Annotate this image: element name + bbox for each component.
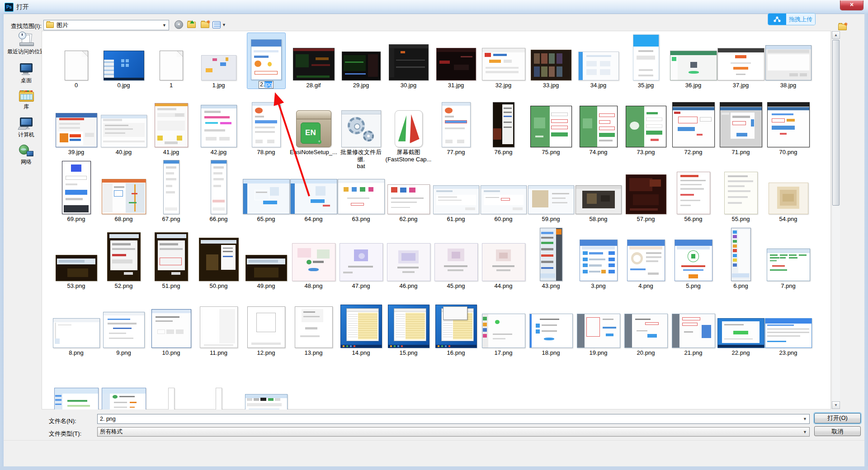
file-item[interactable]: 34.jpg xyxy=(575,33,622,89)
file-item[interactable]: 51.png xyxy=(147,233,195,290)
file-item[interactable]: 42.jpg xyxy=(195,99,242,156)
file-item[interactable]: 72.png xyxy=(670,99,717,156)
file-item[interactable]: 38.jpg xyxy=(764,33,812,89)
file-item[interactable]: 53.png xyxy=(52,233,100,290)
file-type-combobox[interactable]: 所有格式 ▼ xyxy=(97,427,810,437)
file-item[interactable] xyxy=(195,367,242,409)
scrollbar-thumb[interactable] xyxy=(832,40,840,206)
file-item[interactable]: 28.gif xyxy=(290,33,337,89)
new-folder-mini-button[interactable]: ✱ xyxy=(837,23,848,31)
file-item[interactable]: 56.png xyxy=(670,166,717,223)
file-item[interactable]: 58.png xyxy=(575,166,622,223)
file-item[interactable]: 62.png xyxy=(385,166,432,223)
file-item[interactable]: 39.jpg xyxy=(52,99,100,156)
scroll-up-button[interactable]: ▲ xyxy=(832,31,840,39)
file-item[interactable]: 8.png xyxy=(52,300,100,357)
file-item[interactable]: 0.jpg xyxy=(100,33,147,89)
file-item[interactable]: 78.png xyxy=(242,99,290,156)
file-item[interactable]: 20.png xyxy=(622,300,670,357)
file-item[interactable]: 7.png xyxy=(764,233,812,290)
file-item[interactable]: 67.png xyxy=(147,166,195,223)
cancel-button[interactable]: 取消 xyxy=(814,426,861,436)
file-item[interactable]: 66.png xyxy=(195,166,242,223)
file-name-combobox[interactable]: 2. png ▼ xyxy=(97,414,810,424)
file-item[interactable]: 37.jpg xyxy=(717,33,764,89)
file-item[interactable]: 65.png xyxy=(242,166,290,223)
file-item[interactable]: 22.png xyxy=(717,300,764,357)
file-item[interactable]: 40.jpg xyxy=(100,99,147,156)
file-item[interactable]: 63.png xyxy=(337,166,385,223)
file-item[interactable]: 57.png xyxy=(622,166,670,223)
file-item[interactable]: 41.jpg xyxy=(147,99,195,156)
file-item[interactable]: 19.png xyxy=(575,300,622,357)
file-item[interactable]: 屏幕截图 (FastStone Cap... xyxy=(385,99,432,163)
file-item[interactable]: 47.png xyxy=(337,233,385,290)
file-item[interactable]: 54.png xyxy=(764,166,812,223)
new-folder-button[interactable]: ✱ xyxy=(200,20,210,29)
window-titlebar[interactable]: Ps 打开 × xyxy=(0,0,868,14)
open-button[interactable]: 打开(O) xyxy=(814,413,861,423)
file-item[interactable]: 5.png xyxy=(670,233,717,290)
file-item[interactable]: 15.png xyxy=(385,300,432,357)
file-item[interactable]: 76.png xyxy=(480,99,527,156)
file-item[interactable]: 13.png xyxy=(290,300,337,357)
file-item[interactable]: 6.png xyxy=(717,233,764,290)
file-item[interactable]: 35.jpg xyxy=(622,33,670,89)
file-item[interactable]: 61.png xyxy=(432,166,480,223)
file-item[interactable]: 60.png xyxy=(480,166,527,223)
file-item[interactable]: 1 xyxy=(147,33,195,89)
file-item[interactable]: 36.jpg xyxy=(670,33,717,89)
file-name-value[interactable]: 2. png xyxy=(98,416,116,422)
file-item[interactable]: 73.png xyxy=(622,99,670,156)
file-item[interactable]: 45.png xyxy=(432,233,480,290)
file-item[interactable]: 74.png xyxy=(575,99,622,156)
file-item[interactable] xyxy=(100,367,147,409)
file-item[interactable]: 44.png xyxy=(480,233,527,290)
file-item[interactable]: 4.png xyxy=(622,233,670,290)
file-item[interactable]: 29.jpg xyxy=(337,33,385,89)
file-item[interactable]: 71.png xyxy=(717,99,764,156)
file-item[interactable]: 21.png xyxy=(670,300,717,357)
file-item[interactable]: 55.png xyxy=(717,166,764,223)
file-item[interactable]: 23.png xyxy=(764,300,812,357)
file-item[interactable]: 2.jpg xyxy=(247,33,286,89)
file-item[interactable]: 17.png xyxy=(480,300,527,357)
file-item[interactable]: 批量修改文件后缀. bat xyxy=(337,99,385,170)
file-item[interactable]: 18.png xyxy=(527,300,575,357)
file-item[interactable]: 68.png xyxy=(100,166,147,223)
file-item[interactable]: 70.png xyxy=(764,99,812,156)
file-item[interactable] xyxy=(242,367,290,409)
file-item[interactable]: 49.png xyxy=(242,233,290,290)
file-item[interactable]: 9.png xyxy=(100,300,147,357)
views-menu-button[interactable]: ▼ xyxy=(212,20,227,29)
file-item[interactable]: 14.png xyxy=(337,300,385,357)
file-item[interactable]: 75.png xyxy=(527,99,575,156)
file-item[interactable]: 3.png xyxy=(575,233,622,290)
scroll-down-button[interactable]: ▼ xyxy=(832,401,840,409)
back-button[interactable]: ◄ xyxy=(174,20,184,29)
file-item[interactable]: 33.jpg xyxy=(527,33,575,89)
file-item[interactable]: 16.png xyxy=(432,300,480,357)
file-item[interactable] xyxy=(147,367,195,409)
file-item[interactable]: 59.png xyxy=(527,166,575,223)
chevron-down-icon[interactable]: ▼ xyxy=(802,416,808,423)
file-item[interactable]: 31.jpg xyxy=(432,33,480,89)
file-item[interactable]: 64.png xyxy=(290,166,337,223)
file-item[interactable]: 52.png xyxy=(100,233,147,290)
chevron-down-icon[interactable]: ▼ xyxy=(162,23,166,28)
file-item[interactable]: EN+EasiNoteSetup_... xyxy=(290,99,337,156)
file-item[interactable]: 12.png xyxy=(242,300,290,357)
file-item[interactable]: 30.jpg xyxy=(385,33,432,89)
chevron-down-icon[interactable]: ▼ xyxy=(802,429,808,436)
file-item[interactable]: 50.png xyxy=(195,233,242,290)
file-item[interactable]: 43.png xyxy=(527,233,575,290)
file-item[interactable]: 32.jpg xyxy=(480,33,527,89)
file-item[interactable]: 11.png xyxy=(195,300,242,357)
file-item[interactable]: 48.png xyxy=(290,233,337,290)
file-item[interactable] xyxy=(52,367,100,409)
file-item[interactable]: 46.png xyxy=(385,233,432,290)
vertical-scrollbar[interactable]: ▲ ▼ xyxy=(831,31,840,409)
file-item[interactable]: 77.png xyxy=(432,99,480,156)
up-one-level-button[interactable] xyxy=(186,20,196,29)
file-item[interactable]: 10.png xyxy=(147,300,195,357)
